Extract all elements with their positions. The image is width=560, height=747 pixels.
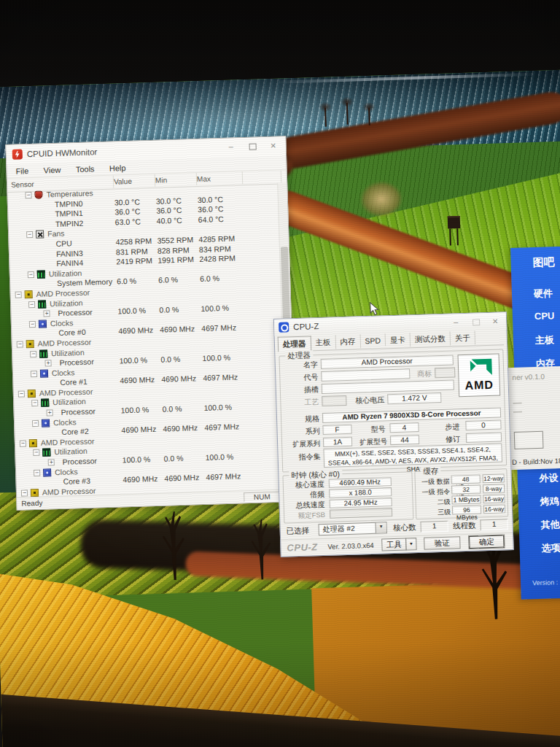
tab-mainboard[interactable]: 主板 [311, 335, 336, 349]
clocks-group: 时钟 (核心 #0) 核心速度 4690.49 MHz 倍频 x 188.0 总… [282, 471, 413, 523]
threads-value: 1 [480, 519, 508, 530]
expander-icon[interactable]: − [31, 371, 37, 377]
toolbox-item-5[interactable]: 外设 [539, 471, 559, 485]
minimize-button[interactable] [222, 141, 238, 153]
hwmonitor-app-icon [12, 149, 23, 159]
amd-logo: AMD [457, 354, 500, 398]
family-label: 系列 [293, 426, 319, 437]
tree-silhouette [368, 108, 370, 125]
sensor-label: Clocks [50, 318, 74, 329]
validate-button[interactable]: 验证 [424, 536, 460, 550]
cache-size-field: 1 MBytes [451, 495, 481, 504]
tab-bench[interactable]: 测试分数 [411, 332, 451, 347]
expander-icon[interactable]: − [20, 440, 26, 446]
instructions-field: MMX(+), SSE, SSE2, SSE3, SSSE3, SSE4.1, … [323, 443, 502, 467]
tab-cpu[interactable]: 处理器 [278, 336, 311, 352]
core-speed-field: 4690.49 MHz [329, 477, 392, 488]
scrollbar-thumb[interactable] [281, 247, 290, 323]
amd-icon [28, 390, 36, 398]
expander-icon[interactable]: + [44, 360, 51, 366]
threads-label: 线程数 [451, 520, 475, 531]
expander-icon[interactable]: − [28, 271, 34, 278]
clock-icon [39, 320, 47, 328]
tab-spd[interactable]: SPD [360, 333, 386, 347]
expander-icon[interactable]: − [15, 291, 22, 298]
toolbox-version: Version : 2 [532, 578, 560, 587]
hunting-stand [448, 216, 461, 229]
expander-icon[interactable]: + [48, 459, 55, 465]
toolbox-item-2[interactable]: CPU [534, 310, 555, 322]
bus-speed-field: 24.95 MHz [329, 498, 392, 508]
cache-group: 缓存 一级 数据48 KBytes12-way一级 指令32 KBytes8-w… [414, 468, 508, 519]
menu-tools[interactable]: Tools [70, 162, 101, 177]
ok-button[interactable]: 确定 [469, 535, 504, 548]
hwmonitor-rows: −TemperaturesTMPIN030.0 °C30.0 °C30.0 °C… [7, 183, 287, 498]
cpuz-title: CPU-Z [293, 318, 319, 336]
expander-icon[interactable]: − [18, 390, 25, 397]
brand-field [435, 367, 455, 378]
sensor-label: Fans [47, 229, 65, 239]
expander-icon[interactable]: − [33, 449, 39, 456]
sensor-label: Utilization [49, 268, 82, 279]
partial-window-button[interactable] [514, 431, 544, 449]
expander-icon[interactable]: − [34, 469, 40, 476]
technology-label: 工艺 [292, 397, 319, 408]
cpuz-window: CPU-Z 处理器主板内存SPD显卡测试分数关于 处理器 名字 AMD Proc… [273, 311, 514, 557]
expander-icon[interactable]: − [31, 400, 38, 406]
toolbox-item-7[interactable]: 其他 [540, 518, 560, 532]
hwmonitor-title: CPUID HWMonitor [26, 142, 97, 163]
expander-icon[interactable]: − [28, 301, 35, 307]
column-max[interactable]: Max [193, 171, 243, 185]
expander-icon[interactable]: − [30, 350, 36, 357]
cpuz-version: Ver. 2.03.0.x64 [327, 538, 374, 555]
column-value[interactable]: Value [110, 174, 155, 188]
sensor-label: Utilization [54, 446, 88, 457]
chevron-down-icon[interactable] [375, 522, 386, 533]
maximize-button[interactable] [468, 316, 484, 328]
toolbox-item-8[interactable]: 选项 [541, 541, 560, 555]
temperature-icon [34, 191, 42, 199]
cache-assoc-field: 16-way [483, 504, 505, 514]
hwmonitor-window: CPUID HWMonitor File View Tools Help Sen… [5, 136, 297, 511]
sensor-label: TMPIN0 [55, 198, 83, 209]
tools-button[interactable]: 工具 [381, 538, 407, 551]
technology-field [322, 395, 346, 406]
close-button[interactable] [265, 140, 281, 152]
sensor-label: Processor [63, 456, 98, 467]
maximize-button[interactable] [244, 140, 260, 152]
tools-dropdown-button[interactable] [405, 538, 417, 550]
stepping-label: 步进 [430, 422, 459, 433]
codename-field [321, 368, 410, 382]
expander-icon[interactable]: − [32, 420, 39, 427]
menu-help[interactable]: Help [104, 161, 132, 176]
expander-icon[interactable]: − [17, 341, 23, 347]
expander-icon[interactable]: − [29, 321, 36, 328]
minimize-button[interactable] [448, 317, 464, 329]
expander-icon[interactable]: − [21, 489, 28, 496]
menu-view[interactable]: View [37, 163, 66, 178]
tab-about[interactable]: 关于 [451, 331, 476, 346]
expander-icon[interactable]: − [25, 192, 31, 198]
tree-silhouette [242, 516, 276, 580]
processor-select[interactable]: 处理器 #2 [318, 522, 386, 535]
menu-file[interactable]: File [9, 164, 34, 179]
sensor-label: Clocks [53, 417, 77, 428]
tab-memory[interactable]: 内存 [335, 334, 361, 349]
cache-size-field: 48 KBytes [451, 474, 481, 484]
expander-icon[interactable]: − [26, 231, 33, 238]
utilization-icon [39, 349, 47, 357]
sensor-label: Core #2 [61, 427, 89, 438]
ext-model-label: 扩展型号 [355, 436, 387, 447]
column-min[interactable]: Min [152, 173, 197, 187]
sensor-label: Processor [59, 357, 94, 368]
cores-value: 1 [420, 521, 448, 533]
photo-of-monitor: { "colors": { "toolbox_blue": "#2b6ce7",… [0, 0, 560, 747]
close-button[interactable] [487, 315, 503, 328]
expander-icon[interactable]: + [47, 409, 53, 416]
toolbox-item-3[interactable]: 主板 [535, 333, 555, 347]
toolbox-item-1[interactable]: 硬件 [534, 287, 553, 301]
expander-icon[interactable]: + [43, 310, 50, 317]
amd-icon [29, 439, 37, 447]
toolbox-item-6[interactable]: 烤鸡 [540, 495, 559, 508]
tab-graphics[interactable]: 显卡 [386, 333, 411, 347]
